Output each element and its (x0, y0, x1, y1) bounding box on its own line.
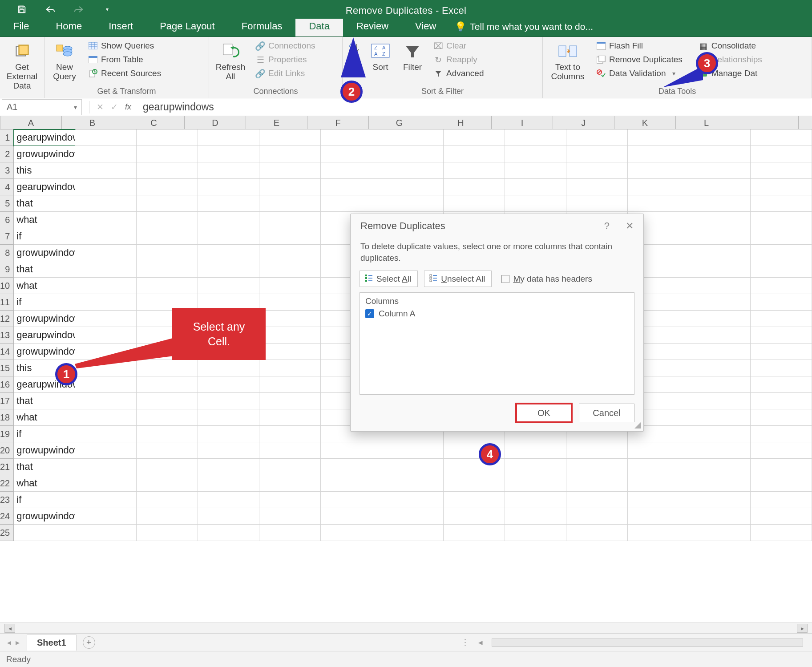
cell[interactable] (259, 327, 321, 344)
column-a-item[interactable]: ✓ Column A (365, 309, 629, 319)
cell[interactable] (751, 146, 812, 162)
cell[interactable] (444, 492, 505, 508)
cell[interactable] (444, 525, 505, 541)
cell[interactable] (566, 129, 628, 146)
cell[interactable] (198, 376, 259, 393)
cell[interactable] (689, 146, 751, 162)
cell[interactable] (259, 261, 321, 278)
cell[interactable] (75, 442, 137, 459)
cell[interactable] (505, 146, 566, 162)
get-external-data-button[interactable]: Get External Data (3, 39, 41, 93)
cell[interactable] (137, 393, 198, 409)
cell[interactable] (137, 278, 198, 294)
cell[interactable] (628, 492, 689, 508)
cell[interactable] (75, 409, 137, 426)
cell[interactable] (751, 508, 812, 525)
name-box[interactable]: A1▾ (2, 99, 82, 115)
cell[interactable] (751, 492, 812, 508)
cell[interactable] (505, 162, 566, 179)
ok-button[interactable]: OK (516, 404, 572, 422)
refresh-all-button[interactable]: Refresh All (212, 39, 249, 84)
cell[interactable] (75, 508, 137, 525)
unselect-all-button[interactable]: Unselect All (424, 271, 492, 287)
cell[interactable]: if (14, 228, 75, 245)
cell[interactable] (198, 261, 259, 278)
row-header[interactable]: 6 (0, 212, 14, 228)
cell[interactable]: if (14, 492, 75, 508)
cell[interactable] (259, 508, 321, 525)
cell[interactable] (321, 146, 382, 162)
row-header[interactable]: 14 (0, 344, 14, 360)
cell[interactable]: what (14, 278, 75, 294)
cell[interactable]: growupwindows (14, 508, 75, 525)
row-header[interactable]: 1 (0, 129, 14, 146)
cell[interactable] (751, 327, 812, 344)
cell[interactable] (505, 525, 566, 541)
tab-home[interactable]: Home (42, 16, 95, 36)
cell[interactable] (689, 492, 751, 508)
cell[interactable] (198, 492, 259, 508)
horizontal-scrollbar[interactable]: ◂ ▸ (0, 623, 812, 633)
cell[interactable] (566, 475, 628, 492)
cell[interactable] (566, 525, 628, 541)
tab-insert[interactable]: Insert (95, 16, 146, 36)
cell[interactable] (689, 228, 751, 245)
tab-review[interactable]: Review (343, 16, 402, 36)
cancel-button[interactable]: Cancel (579, 404, 634, 422)
column-header[interactable]: D (185, 116, 246, 129)
cell[interactable] (321, 162, 382, 179)
cell[interactable] (198, 129, 259, 146)
row-header[interactable]: 19 (0, 426, 14, 442)
cell[interactable] (689, 409, 751, 426)
cell[interactable] (689, 525, 751, 541)
cell[interactable] (751, 261, 812, 278)
cell[interactable] (75, 129, 137, 146)
cell[interactable] (137, 508, 198, 525)
new-sheet-button[interactable]: + (83, 636, 95, 649)
tab-formulas[interactable]: Formulas (228, 16, 296, 36)
tab-file[interactable]: File (0, 16, 42, 36)
column-header[interactable]: K (614, 116, 676, 129)
cell[interactable] (75, 294, 137, 311)
cell[interactable] (259, 311, 321, 327)
column-header[interactable]: I (492, 116, 553, 129)
row-header[interactable]: 18 (0, 409, 14, 426)
column-header[interactable]: J (553, 116, 614, 129)
cell[interactable] (382, 146, 444, 162)
cell[interactable] (137, 228, 198, 245)
hscroll-track[interactable] (492, 639, 803, 647)
fx-icon[interactable]: fx (125, 102, 131, 112)
cell[interactable] (505, 492, 566, 508)
scroll-left-icon[interactable]: ◂ (4, 624, 15, 633)
tab-view[interactable]: View (402, 16, 449, 36)
cell[interactable]: growupwindows (14, 344, 75, 360)
cell[interactable] (259, 475, 321, 492)
cell[interactable] (689, 442, 751, 459)
remove-duplicates-button[interactable]: Remove Duplicates (593, 54, 686, 65)
cell[interactable]: if (14, 294, 75, 311)
cell[interactable]: what (14, 475, 75, 492)
cell[interactable] (137, 129, 198, 146)
cell[interactable] (198, 195, 259, 212)
cell[interactable] (689, 327, 751, 344)
cell[interactable] (75, 245, 137, 261)
cell[interactable] (75, 492, 137, 508)
new-query-button[interactable]: New Query (47, 39, 82, 84)
cell[interactable] (198, 459, 259, 475)
cell[interactable] (137, 179, 198, 195)
row-header[interactable]: 11 (0, 294, 14, 311)
sheet-nav-prev-icon[interactable]: ◂ (7, 638, 11, 647)
redo-icon[interactable] (73, 4, 85, 15)
cell[interactable] (137, 245, 198, 261)
undo-icon[interactable] (44, 4, 56, 15)
cell[interactable] (382, 475, 444, 492)
cell[interactable]: growupwindows (14, 245, 75, 261)
text-to-columns-button[interactable]: Text to Columns (545, 39, 590, 84)
cell[interactable] (751, 278, 812, 294)
cell[interactable] (689, 475, 751, 492)
cell[interactable] (751, 294, 812, 311)
qat-dropdown-icon[interactable]: ▾ (101, 4, 113, 15)
cell[interactable] (689, 179, 751, 195)
row-header[interactable]: 25 (0, 525, 14, 541)
cell[interactable] (382, 525, 444, 541)
